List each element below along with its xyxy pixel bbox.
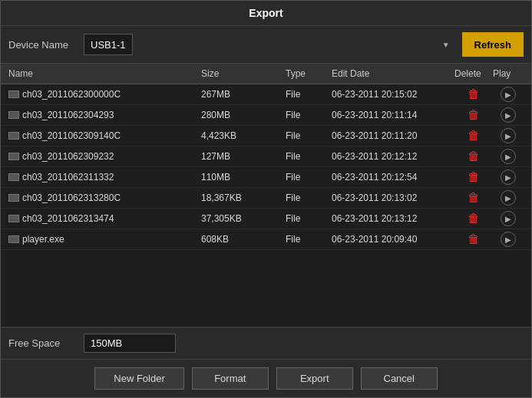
col-type: Type xyxy=(286,67,332,81)
delete-button[interactable]: 🗑 xyxy=(454,170,493,184)
delete-button[interactable]: 🗑 xyxy=(454,108,493,122)
file-type: File xyxy=(286,130,332,141)
file-size: 18,367KB xyxy=(201,192,286,203)
file-size: 110MB xyxy=(201,172,286,183)
play-icon: ▶ xyxy=(501,169,516,185)
table-row[interactable]: ch03_2011062304293 280MB File 06-23-2011… xyxy=(1,105,531,126)
play-button[interactable]: ▶ xyxy=(493,87,524,102)
file-icon xyxy=(8,90,19,98)
bottom-buttons: New Folder Format Export Cancel xyxy=(1,359,531,397)
col-delete: Delete xyxy=(454,67,493,81)
play-icon: ▶ xyxy=(501,232,516,247)
col-play: Play xyxy=(493,67,524,81)
file-type: File xyxy=(286,89,332,100)
play-button[interactable]: ▶ xyxy=(493,232,524,247)
play-button[interactable]: ▶ xyxy=(493,211,524,226)
file-type: File xyxy=(286,110,332,120)
file-icon xyxy=(8,194,19,202)
col-size: Size xyxy=(201,67,286,81)
file-icon xyxy=(8,173,19,181)
play-button[interactable]: ▶ xyxy=(493,128,524,143)
file-type: File xyxy=(286,234,332,245)
file-icon xyxy=(8,215,19,222)
table-row[interactable]: ch03_2011062309140C 4,423KB File 06-23-2… xyxy=(1,126,531,146)
file-date: 06-23-2011 20:09:40 xyxy=(332,234,454,245)
dialog-title: Export xyxy=(1,1,531,26)
file-icon xyxy=(8,235,19,243)
table-row[interactable]: ch03_2011062313280C 18,367KB File 06-23-… xyxy=(1,188,531,209)
file-name: ch03_2011062313474 xyxy=(8,213,201,224)
file-date: 06-23-2011 20:11:20 xyxy=(332,130,454,141)
file-name: ch03_2011062313280C xyxy=(8,192,201,203)
free-space-value: 150MB xyxy=(84,334,176,353)
delete-button[interactable]: 🗑 xyxy=(454,129,493,143)
col-name: Name xyxy=(8,67,201,81)
delete-button[interactable]: 🗑 xyxy=(454,232,493,246)
format-button[interactable]: Format xyxy=(192,367,269,390)
delete-button[interactable]: 🗑 xyxy=(454,191,493,205)
play-icon: ▶ xyxy=(501,211,516,226)
file-size: 267MB xyxy=(201,89,286,100)
file-size: 127MB xyxy=(201,151,286,162)
table-row[interactable]: ch03_2011062300000C 267MB File 06-23-201… xyxy=(1,84,531,105)
new-folder-button[interactable]: New Folder xyxy=(94,367,183,390)
file-name: ch03_2011062309140C xyxy=(8,130,201,141)
file-type: File xyxy=(286,192,332,203)
file-date: 06-23-2011 20:13:02 xyxy=(332,192,454,203)
play-icon: ▶ xyxy=(501,128,516,143)
play-button[interactable]: ▶ xyxy=(493,107,524,123)
file-size: 280MB xyxy=(201,110,286,120)
device-select[interactable]: USB1-1 USB1-2 xyxy=(84,34,133,55)
play-icon: ▶ xyxy=(501,107,516,123)
col-edit-date: Edit Date xyxy=(332,67,454,81)
file-date: 06-23-2011 20:15:02 xyxy=(332,89,454,100)
file-size: 608KB xyxy=(201,234,286,245)
file-type: File xyxy=(286,151,332,162)
file-size: 37,305KB xyxy=(201,213,286,224)
table-row[interactable]: ch03_2011062311332 110MB File 06-23-2011… xyxy=(1,167,531,188)
play-icon: ▶ xyxy=(501,149,516,164)
refresh-button[interactable]: Refresh xyxy=(462,32,524,57)
file-name: ch03_2011062300000C xyxy=(8,89,201,100)
table-row[interactable]: player.exe 608KB File 06-23-2011 20:09:4… xyxy=(1,229,531,250)
free-space-label: Free Space xyxy=(8,337,78,349)
file-list: ch03_2011062300000C 267MB File 06-23-201… xyxy=(1,84,531,327)
file-name: player.exe xyxy=(8,234,201,245)
table-row[interactable]: ch03_2011062313474 37,305KB File 06-23-2… xyxy=(1,209,531,229)
play-icon: ▶ xyxy=(501,190,516,206)
play-button[interactable]: ▶ xyxy=(493,169,524,185)
file-name: ch03_2011062309232 xyxy=(8,151,201,162)
file-date: 06-23-2011 20:12:54 xyxy=(332,172,454,183)
play-button[interactable]: ▶ xyxy=(493,190,524,206)
play-icon: ▶ xyxy=(501,87,516,102)
file-icon xyxy=(8,111,19,119)
device-name-label: Device Name xyxy=(8,39,78,51)
table-header: Name Size Type Edit Date Delete Play xyxy=(1,64,531,84)
cancel-button[interactable]: Cancel xyxy=(361,367,438,390)
table-row[interactable]: ch03_2011062309232 127MB File 06-23-2011… xyxy=(1,146,531,167)
file-name: ch03_2011062304293 xyxy=(8,110,201,120)
file-type: File xyxy=(286,213,332,224)
file-icon xyxy=(8,132,19,140)
device-select-wrapper: USB1-1 USB1-2 xyxy=(84,34,456,55)
file-type: File xyxy=(286,172,332,183)
free-space-row: Free Space 150MB xyxy=(1,327,531,359)
delete-button[interactable]: 🗑 xyxy=(454,150,493,163)
file-date: 06-23-2011 20:12:12 xyxy=(332,151,454,162)
file-name: ch03_2011062311332 xyxy=(8,172,201,183)
delete-button[interactable]: 🗑 xyxy=(454,87,493,101)
file-date: 06-23-2011 20:11:14 xyxy=(332,110,454,120)
file-icon xyxy=(8,153,19,160)
play-button[interactable]: ▶ xyxy=(493,149,524,164)
file-date: 06-23-2011 20:13:12 xyxy=(332,213,454,224)
file-size: 4,423KB xyxy=(201,130,286,141)
delete-button[interactable]: 🗑 xyxy=(454,212,493,225)
device-row: Device Name USB1-1 USB1-2 Refresh xyxy=(1,26,531,64)
export-dialog: Export Device Name USB1-1 USB1-2 Refresh… xyxy=(0,0,532,398)
export-button[interactable]: Export xyxy=(276,367,353,390)
